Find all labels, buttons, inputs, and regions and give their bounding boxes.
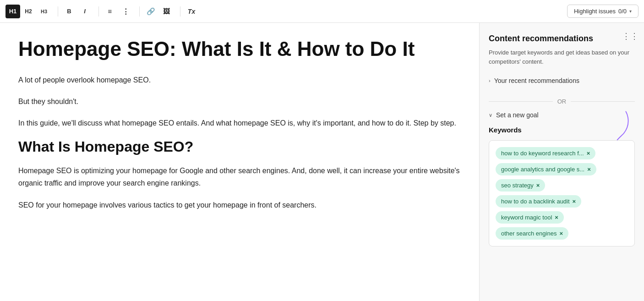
highlight-label: Highlight issues xyxy=(574,8,616,15)
remove-keyword-4-button[interactable]: × xyxy=(573,198,576,204)
italic-button[interactable]: I xyxy=(77,5,92,18)
keywords-container: how to do keyword research f... × google… xyxy=(489,140,635,246)
keyword-text-5: keyword magic tool xyxy=(501,214,552,221)
or-label: OR xyxy=(557,98,567,105)
h2-button[interactable]: H2 xyxy=(21,5,36,18)
chevron-down-icon: ∨ xyxy=(489,112,492,118)
keyword-text-3: seo strategy xyxy=(501,182,534,189)
sidebar-subtitle: Provide target keywords and get ideas ba… xyxy=(489,48,635,66)
recent-recommendations-label: Your recent recommendations xyxy=(494,77,579,84)
highlight-issues-button[interactable]: Highlight issues 0/0 ▾ xyxy=(567,5,639,18)
sidebar-menu-button[interactable]: ⋮⋮ xyxy=(623,29,638,43)
paragraph-4: Homepage SEO is optimizing your homepage… xyxy=(18,164,461,189)
paragraph-3: In this guide, we'll discuss what homepa… xyxy=(18,117,461,129)
divider-3 xyxy=(139,6,140,16)
chevron-right-icon: › xyxy=(489,78,491,83)
bold-button[interactable]: B xyxy=(62,5,76,18)
paragraph-5: SEO for your homepage involves various t… xyxy=(18,199,461,211)
keywords-box: how to do keyword research f... × google… xyxy=(489,140,635,246)
chevron-down-icon: ▾ xyxy=(629,9,632,14)
recent-recommendations-toggle[interactable]: › Your recent recommendations xyxy=(489,75,635,86)
h1-button[interactable]: H1 xyxy=(5,5,20,18)
remove-keyword-5-button[interactable]: × xyxy=(555,214,558,220)
section-heading: What Is Homepage SEO? xyxy=(18,138,461,155)
remove-keyword-6-button[interactable]: × xyxy=(559,230,563,236)
link-button[interactable]: 🔗 xyxy=(143,5,158,18)
unordered-list-button[interactable]: ⋮ xyxy=(118,5,133,18)
insert-group: 🔗 🖼 xyxy=(143,5,174,18)
editor-toolbar: H1 H2 H3 B I ≡ ⋮ 🔗 🖼 Tx Highlight issues… xyxy=(0,0,644,23)
editor-area[interactable]: Homepage SEO: What Is It & How to Do It … xyxy=(0,23,479,301)
divider-1 xyxy=(58,6,58,16)
remove-keyword-1-button[interactable]: × xyxy=(587,150,590,156)
set-new-goal-toggle[interactable]: ∨ Set a new goal xyxy=(489,111,635,119)
keyword-tag-5: keyword magic tool × xyxy=(496,211,564,224)
or-divider: OR xyxy=(489,98,635,105)
list-group: ≡ ⋮ xyxy=(103,5,133,18)
keyword-tag-1: how to do keyword research f... × xyxy=(496,147,595,159)
paragraph-2: But they shouldn't. xyxy=(18,95,461,108)
remove-keyword-2-button[interactable]: × xyxy=(587,166,591,172)
new-goal-label: Set a new goal xyxy=(496,111,539,119)
h3-button[interactable]: H3 xyxy=(37,5,51,18)
keyword-text-2: google analytics and google s... xyxy=(501,166,584,173)
content-recommendations-sidebar: ⋮⋮ Content recommendations Provide targe… xyxy=(479,23,644,301)
keyword-text-1: how to do keyword research f... xyxy=(501,150,584,157)
keyword-tag-2: google analytics and google s... × xyxy=(496,163,596,175)
heading-group: H1 H2 H3 xyxy=(5,5,51,18)
keyword-text-4: how to do a backlink audit xyxy=(501,198,570,205)
main-layout: Homepage SEO: What Is It & How to Do It … xyxy=(0,23,644,301)
highlight-count: 0/0 xyxy=(618,8,627,15)
paragraph-1: A lot of people overlook homepage SEO. xyxy=(18,74,461,86)
remove-keyword-3-button[interactable]: × xyxy=(536,182,540,188)
keyword-text-6: other search engines xyxy=(501,230,557,237)
keyword-tag-6: other search engines × xyxy=(496,227,568,240)
clear-format-button[interactable]: Tx xyxy=(184,5,199,18)
divider-2 xyxy=(98,6,99,16)
format-group: B I xyxy=(62,5,92,18)
sidebar-title: Content recommendations xyxy=(489,34,635,44)
ordered-list-button[interactable]: ≡ xyxy=(103,5,117,18)
keyword-tag-4: how to do a backlink audit × xyxy=(496,195,581,208)
divider-4 xyxy=(180,6,180,16)
image-button[interactable]: 🖼 xyxy=(159,5,174,18)
keywords-section-label: Keywords xyxy=(489,126,635,134)
article-title: Homepage SEO: What Is It & How to Do It xyxy=(18,38,461,61)
recent-recommendations-section: › Your recent recommendations xyxy=(489,75,635,86)
keyword-tag-3: seo strategy × xyxy=(496,179,545,192)
